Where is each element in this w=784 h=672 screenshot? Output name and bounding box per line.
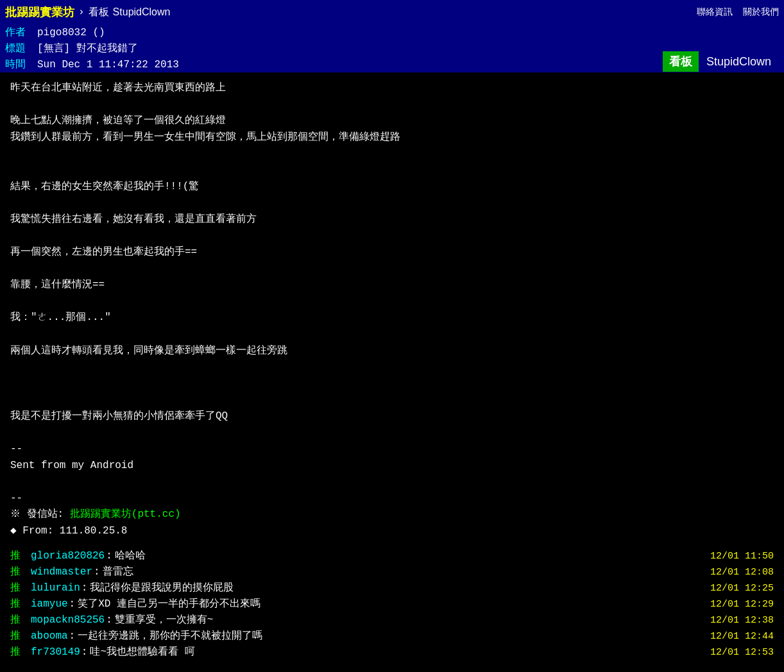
content-line: 我鑽到人群最前方，看到一男生一女生中間有空隙，馬上站到那個空間，準備綠燈趕路 — [10, 130, 774, 146]
comment-username[interactable]: gloria820826 — [31, 550, 105, 562]
content-line: -- — [10, 441, 774, 458]
push-label: 推 — [10, 597, 28, 610]
comment-text: 笑了XD 連自己另一半的手都分不出來嗎 — [78, 597, 697, 610]
content-line — [10, 97, 774, 113]
push-label: 推 — [10, 645, 28, 659]
comment-time: 12/01 12:44 — [697, 631, 774, 642]
comment-time: 12/01 12:38 — [697, 615, 774, 626]
content-line: ◆ From: 111.80.25.8 — [10, 523, 774, 540]
content-line — [10, 195, 774, 212]
content-line — [10, 359, 774, 376]
comment-time: 12/01 12:53 — [697, 647, 774, 658]
content-line: 昨天在台北車站附近，趁著去光南買東西的路上 — [10, 80, 774, 97]
breadcrumb: 批踢踢實業坊 › 看板 StupidClown — [5, 4, 170, 20]
board-badge: 看板 StupidClown — [663, 51, 779, 72]
comment-row: 推fr730149:哇~我也想體驗看看 呵12/01 12:53 — [10, 644, 774, 660]
board-name-nav[interactable]: StupidClown — [113, 6, 171, 18]
origin-link[interactable]: 批踢踢實業坊(ptt.cc) — [70, 508, 181, 520]
content-line: 結果，右邊的女生突然牽起我的手!!!(驚 — [10, 179, 774, 196]
title-value: [無言] 對不起我錯了 — [37, 42, 138, 55]
comment-row: 推lulurain:我記得你是跟我說男的摸你屁股12/01 12:25 — [10, 580, 774, 596]
comment-username[interactable]: fr730149 — [31, 646, 80, 658]
comment-row: 推mopackn85256:雙重享受，一次擁有~12/01 12:38 — [10, 612, 774, 628]
content-line: 靠腰，這什麼情況== — [10, 277, 774, 294]
comment-row: 推windmaster:普雷忘12/01 12:08 — [10, 564, 774, 580]
content-line — [10, 376, 774, 392]
board-label-text: 看板 — [89, 6, 109, 19]
content-line — [10, 146, 774, 162]
content-line — [10, 228, 774, 244]
push-label: 推 — [10, 629, 28, 643]
comment-text: 哈哈哈 — [115, 549, 697, 562]
content-line: 晚上七點人潮擁擠，被迫等了一個很久的紅綠燈 — [10, 113, 774, 130]
push-label: 推 — [10, 581, 28, 594]
site-title[interactable]: 批踢踢實業坊 — [5, 4, 74, 20]
push-label: 推 — [10, 565, 28, 578]
comment-username[interactable]: abooma — [31, 630, 68, 642]
content-line — [10, 326, 774, 343]
comment-colon: : — [106, 614, 112, 626]
title-label: 標題 — [5, 42, 37, 55]
push-label: 推 — [10, 549, 28, 562]
comment-username[interactable]: mopackn85256 — [31, 614, 105, 626]
author-value: pigo8032 () — [37, 27, 105, 38]
comment-username[interactable]: windmaster — [31, 566, 92, 578]
time-label: 時間 — [5, 58, 37, 71]
article-content: 昨天在台北車站附近，趁著去光南買東西的路上 晚上七點人潮擁擠，被迫等了一個很久的… — [0, 72, 784, 548]
comment-colon: : — [81, 646, 88, 658]
header-container: 作者 pigo8032 () 標題 [無言] 對不起我錯了 時間 Sun Dec… — [0, 24, 784, 72]
comment-text: 普雷忘 — [103, 565, 697, 578]
comment-text: 哇~我也想體驗看看 呵 — [90, 645, 697, 659]
content-line: ※ 發信站: 批踢踢實業坊(ptt.cc) — [10, 507, 774, 523]
comment-time: 12/01 11:50 — [697, 551, 774, 562]
content-line: Sent from my Android — [10, 458, 774, 475]
comment-colon: : — [69, 630, 76, 642]
content-line — [10, 162, 774, 179]
comment-text: 一起往旁邊跳，那你的手不就被拉開了嗎 — [78, 629, 697, 643]
about-link[interactable]: 關於我們 — [743, 6, 779, 18]
comment-time: 12/01 12:25 — [697, 583, 774, 594]
board-badge-name: StupidClown — [699, 53, 779, 71]
comment-colon: : — [69, 598, 76, 610]
content-line: -- — [10, 491, 774, 507]
content-line — [10, 294, 774, 310]
content-line: 我是不是打擾一對兩小無猜的小情侶牽牽手了QQ — [10, 408, 774, 425]
contact-link[interactable]: 聯絡資訊 — [697, 6, 733, 18]
top-nav-links: 聯絡資訊 關於我們 — [697, 6, 779, 18]
push-label: 推 — [10, 613, 28, 626]
comment-username[interactable]: iamyue — [31, 598, 68, 610]
origin-prefix: ※ 發信站: — [10, 508, 70, 520]
top-navigation: 批踢踢實業坊 › 看板 StupidClown 聯絡資訊 關於我們 — [0, 0, 784, 24]
content-line — [10, 261, 774, 278]
comment-row: 推gloria820826:哈哈哈12/01 11:50 — [10, 548, 774, 564]
comment-colon: : — [81, 582, 88, 594]
content-line — [10, 392, 774, 408]
content-line: 我驚慌失措往右邊看，她沒有看我，還是直直看著前方 — [10, 212, 774, 228]
comment-colon: : — [106, 550, 112, 562]
content-line — [10, 424, 774, 441]
comment-colon: : — [94, 566, 100, 578]
author-label: 作者 — [5, 26, 37, 39]
content-line — [10, 474, 774, 491]
breadcrumb-arrow: › — [78, 6, 85, 18]
comment-time: 12/01 12:29 — [697, 599, 774, 610]
author-row: 作者 pigo8032 () — [0, 24, 784, 40]
comment-text: 雙重享受，一次擁有~ — [115, 613, 697, 626]
time-value: Sun Dec 1 11:47:22 2013 — [37, 59, 179, 71]
comment-row: 推iamyue:笑了XD 連自己另一半的手都分不出來嗎12/01 12:29 — [10, 596, 774, 612]
content-line: 我："ㄜ...那個..." — [10, 310, 774, 326]
content-line: 再一個突然，左邊的男生也牽起我的手== — [10, 244, 774, 261]
comment-row: 推abooma:一起往旁邊跳，那你的手不就被拉開了嗎12/01 12:44 — [10, 628, 774, 644]
comment-time: 12/01 12:08 — [697, 567, 774, 578]
board-badge-label: 看板 — [663, 51, 699, 72]
comment-text: 我記得你是跟我說男的摸你屁股 — [90, 581, 697, 594]
content-line: 兩個人這時才轉頭看見我，同時像是牽到蟑螂一樣一起往旁跳 — [10, 343, 774, 360]
comments-section: 推gloria820826:哈哈哈12/01 11:50推windmaster:… — [0, 548, 784, 660]
comment-username[interactable]: lulurain — [31, 582, 80, 594]
